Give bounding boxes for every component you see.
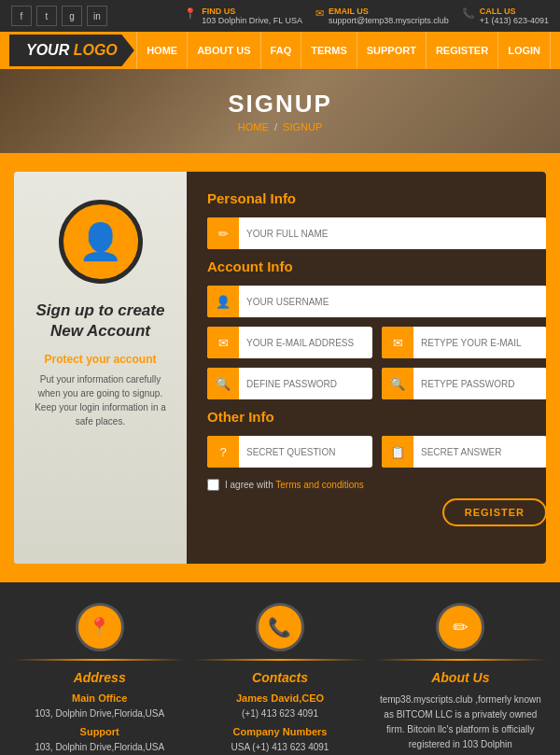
- secret-question-input[interactable]: [239, 436, 372, 468]
- password-row: 🔍 🔍: [207, 368, 546, 399]
- retype-password-input[interactable]: [413, 368, 546, 399]
- account-info-title: Account Info: [207, 259, 546, 274]
- left-panel: 👤 Sign up to create New Account Protect …: [14, 172, 187, 564]
- user-icon: 👤: [78, 221, 122, 262]
- address-office-value: 103, Dolphin Drive,Florida,USA: [35, 706, 164, 721]
- contacts-usa: USA (+1) 413 623 4091: [231, 740, 329, 755]
- email-us-block: ✉ EMAIL US support@temp38.myscripts.club: [315, 7, 449, 25]
- username-row: 👤: [207, 286, 546, 317]
- nav-bar: YOUR LOGO HOME ABOUT US FAQ TERMS SUPPOR…: [0, 32, 560, 69]
- phone-icon: 📞: [462, 7, 475, 20]
- other-info-title: Other Info: [207, 409, 546, 425]
- terms-link[interactable]: Terms and conditions: [275, 480, 364, 490]
- retype-password-icon: 🔍: [382, 368, 413, 399]
- protect-text: Put your information carefully when you …: [28, 372, 173, 428]
- nav-terms[interactable]: TERMS: [301, 32, 357, 69]
- call-label: CALL US: [480, 7, 549, 16]
- register-button[interactable]: REGISTER: [442, 498, 546, 526]
- email-value: support@temp38.myscripts.club: [329, 16, 449, 25]
- footer-address-col: 📍 Address Main Office 103, Dolphin Drive…: [14, 603, 185, 755]
- personal-info-title: Personal Info: [207, 190, 546, 206]
- breadcrumb-current: SIGNUP: [283, 121, 322, 133]
- nav-about[interactable]: ABOUT US: [188, 32, 260, 69]
- agree-text: I agree with Terms and conditions: [225, 480, 364, 490]
- find-us-block: 📍 FIND US 103 Dolphin Drive, FL USA: [184, 7, 302, 25]
- question-icon: ?: [207, 436, 239, 468]
- username-wrap: 👤: [207, 286, 546, 317]
- full-name-input[interactable]: [239, 217, 546, 249]
- address-heading: Address: [74, 670, 126, 685]
- other-section: Other Info ? 📋: [207, 409, 546, 468]
- nav-home[interactable]: HOME: [136, 32, 188, 69]
- full-name-row: ✏: [207, 217, 546, 249]
- secret-answer-wrap: 📋: [382, 436, 546, 468]
- social-icons: f t g in: [11, 6, 107, 26]
- address-icon-circle: 📍: [76, 603, 124, 651]
- nav-login[interactable]: LOGIN: [498, 32, 551, 69]
- twitter-icon[interactable]: t: [36, 6, 57, 26]
- password-wrap: 🔍: [207, 368, 372, 399]
- retype-email-wrap: ✉: [382, 327, 546, 358]
- call-value: +1 (413) 623-4091: [480, 16, 549, 25]
- breadcrumb-home: HOME: [238, 121, 269, 133]
- google-icon[interactable]: g: [62, 6, 82, 26]
- pencil-icon: ✏: [453, 616, 469, 638]
- contact-info: 📍 FIND US 103 Dolphin Drive, FL USA ✉ EM…: [184, 7, 549, 25]
- content-box: 👤 Sign up to create New Account Protect …: [14, 172, 546, 564]
- facebook-icon[interactable]: f: [11, 6, 32, 26]
- breadcrumb: HOME / SIGNUP: [228, 121, 332, 133]
- user-input-icon: 👤: [207, 286, 239, 317]
- logo-text2: LOGO: [74, 42, 118, 58]
- hero-title: SIGNUP: [228, 90, 332, 119]
- find-us-label: FIND US: [202, 7, 302, 16]
- find-us-value: 103 Dolphin Drive, FL USA: [202, 16, 302, 25]
- email-wrap: ✉: [207, 327, 372, 358]
- main-content: 👤 Sign up to create New Account Protect …: [0, 153, 560, 582]
- username-input[interactable]: [239, 286, 546, 317]
- email-label: EMAIL US: [329, 7, 449, 16]
- secret-question-wrap: ?: [207, 436, 372, 468]
- contacts-phone: (+1) 413 623 4091: [242, 706, 318, 721]
- retype-email-input[interactable]: [413, 327, 546, 358]
- contacts-company: Company Numbers: [233, 726, 328, 737]
- retype-email-icon: ✉: [382, 327, 413, 358]
- contacts-icon-circle: 📞: [256, 603, 304, 651]
- location-icon: 📍: [184, 7, 197, 20]
- address-support-label: Support: [80, 726, 119, 737]
- footer-contacts-col: 📞 Contacts James David,CEO (+1) 413 623 …: [194, 603, 365, 755]
- nav-faq[interactable]: FAQ: [261, 32, 302, 69]
- hero-section: SIGNUP HOME / SIGNUP: [0, 69, 560, 153]
- retype-password-wrap: 🔍: [382, 368, 546, 399]
- avatar-circle: 👤: [59, 200, 143, 284]
- agree-checkbox[interactable]: [207, 479, 219, 491]
- secret-answer-input[interactable]: [413, 436, 546, 468]
- map-pin-icon: 📍: [88, 616, 111, 638]
- phone-footer-icon: 📞: [268, 616, 291, 638]
- footer-divider-1: [14, 659, 185, 661]
- nav-register[interactable]: REGISTER: [427, 32, 498, 69]
- email-row: ✉ ✉: [207, 327, 546, 358]
- password-icon: 🔍: [207, 368, 239, 399]
- footer-cols: 📍 Address Main Office 103, Dolphin Drive…: [14, 603, 546, 755]
- email-input-icon: ✉: [207, 327, 239, 358]
- footer: 📍 Address Main Office 103, Dolphin Drive…: [0, 582, 560, 755]
- linkedin-icon[interactable]: in: [87, 6, 107, 26]
- hero-content: SIGNUP HOME / SIGNUP: [228, 90, 332, 133]
- address-office-label: Main Office: [72, 692, 127, 704]
- about-text: temp38.myscripts.club ,formerly known as…: [375, 692, 546, 755]
- nav-support[interactable]: SUPPORT: [357, 32, 427, 69]
- register-row: REGISTER: [207, 498, 546, 526]
- signup-heading: Sign up to create New Account: [28, 301, 173, 342]
- logo: YOUR LOGO: [9, 35, 134, 66]
- top-bar: f t g in 📍 FIND US 103 Dolphin Drive, FL…: [0, 0, 560, 32]
- call-us-block: 📞 CALL US +1 (413) 623-4091: [462, 7, 549, 25]
- address-support-value: 103, Dolphin Drive,Florida,USA: [35, 740, 164, 755]
- nav-links: HOME ABOUT US FAQ TERMS SUPPORT REGISTER…: [136, 32, 551, 69]
- answer-icon: 📋: [382, 436, 413, 468]
- footer-divider-2: [194, 659, 365, 661]
- footer-divider-3: [375, 659, 546, 661]
- password-input[interactable]: [239, 368, 372, 399]
- email-input[interactable]: [239, 327, 372, 358]
- about-heading: About Us: [431, 670, 489, 685]
- email-icon: ✉: [315, 7, 324, 20]
